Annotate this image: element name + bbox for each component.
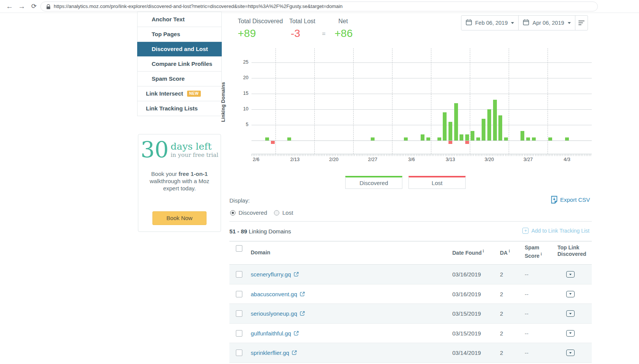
domain-name[interactable]: seriouslyoneup.gq [251, 310, 297, 317]
reload-icon[interactable]: ⟳ [29, 2, 39, 11]
book-now-button[interactable]: Book Now [152, 211, 207, 225]
column-header-da[interactable]: DAi [500, 249, 510, 256]
external-link-icon[interactable] [294, 272, 299, 277]
discovered-bar[interactable] [487, 109, 491, 140]
info-icon[interactable]: i [541, 252, 542, 256]
row-checkbox[interactable] [236, 310, 242, 317]
add-to-link-tracking-list-button[interactable]: + Add to Link Tracking List [522, 228, 589, 234]
sidebar-item-compare-link-profiles[interactable]: Compare Link Profiles [138, 57, 221, 72]
discovered-bar[interactable] [526, 137, 530, 140]
lost-bar[interactable] [448, 141, 452, 144]
domain-link[interactable]: sprinklerflier.gq [251, 343, 297, 363]
end-date-picker[interactable]: Apr 06, 2019 [518, 16, 575, 30]
column-header-spam-score[interactable]: Spam Scorei [525, 244, 548, 259]
legend-discovered-button[interactable]: Discovered [345, 176, 402, 189]
discovered-bar[interactable] [498, 115, 502, 140]
top-link-expand-button[interactable] [566, 310, 575, 317]
discovered-bar[interactable] [482, 119, 485, 140]
top-link-expand-button[interactable] [566, 350, 575, 356]
discovered-bar[interactable] [465, 134, 469, 140]
discovered-bar[interactable] [520, 131, 524, 140]
column-header-date-found[interactable]: Date Foundi [452, 249, 484, 256]
chart-x-tick-label: 3/20 [485, 157, 494, 162]
discovered-bar[interactable] [504, 137, 508, 140]
back-icon[interactable]: ← [5, 2, 14, 11]
da-cell: 2 [500, 343, 503, 363]
radio-button-icon[interactable] [230, 210, 235, 216]
sidebar-item-label: Link Tracking Lists [146, 105, 198, 112]
sidebar-item-link-tracking-lists[interactable]: Link Tracking Lists [138, 101, 221, 116]
domain-link[interactable]: gulfunfaithful.gq [251, 324, 299, 343]
discovered-bar[interactable] [532, 137, 536, 140]
top-link-expand-button[interactable] [566, 330, 575, 337]
discovered-bar[interactable] [448, 122, 452, 140]
discovered-bar[interactable] [548, 137, 552, 140]
info-icon[interactable]: i [509, 249, 510, 253]
discovered-bar[interactable] [426, 137, 430, 140]
date-found-cell: 03/16/2019 [452, 265, 481, 284]
forward-icon[interactable]: → [17, 2, 27, 11]
da-cell: 2 [500, 284, 503, 304]
discovered-bar[interactable] [287, 137, 291, 140]
discovered-bar[interactable] [476, 137, 480, 140]
row-checkbox-cell [236, 324, 242, 343]
discovered-bar[interactable] [460, 134, 463, 140]
sidebar-item-discovered-and-lost[interactable]: Discovered and Lost [137, 42, 222, 57]
external-link-icon[interactable] [300, 292, 305, 297]
export-csv-button[interactable]: Export CSV [551, 196, 590, 204]
domain-name[interactable]: abacusconvent.gq [251, 291, 297, 297]
domain-name[interactable]: sceneryflurry.gq [251, 271, 291, 278]
external-link-icon[interactable] [294, 331, 299, 336]
sidebar-item-label: Link Intersect [146, 90, 183, 97]
lost-bar[interactable] [271, 141, 275, 144]
filter-lines-icon [578, 21, 585, 25]
top-link-expand-button[interactable] [566, 291, 575, 297]
chart-x-tick-label: 3/13 [446, 157, 455, 162]
display-label: Display: [229, 197, 250, 204]
discovered-bar[interactable] [404, 137, 408, 140]
chevron-down-icon [511, 22, 514, 24]
address-bar[interactable]: https://analytics.moz.com/pro/link-explo… [40, 2, 598, 11]
discovered-bar[interactable] [565, 137, 569, 140]
sidebar-item-spam-score[interactable]: Spam Score [138, 72, 221, 86]
sidebar-item-top-pages[interactable]: Top Pages [138, 27, 221, 42]
top-link-expand-button[interactable] [566, 271, 575, 278]
sidebar-item-label: Discovered and Lost [152, 46, 208, 52]
sidebar-item-anchor-text[interactable]: Anchor Text [138, 12, 221, 27]
radio-button-icon[interactable] [274, 210, 279, 216]
discovered-bar[interactable] [493, 100, 497, 140]
domain-name[interactable]: gulfunfaithful.gq [251, 330, 291, 337]
info-icon[interactable]: i [483, 249, 484, 253]
row-checkbox[interactable] [236, 350, 242, 356]
domain-name[interactable]: sprinklerflier.gq [251, 350, 289, 356]
select-all-checkbox[interactable] [236, 245, 242, 252]
chart-y-axis-label: Linking Domains [220, 82, 226, 122]
discovered-bar[interactable] [437, 137, 441, 140]
discovered-bar[interactable] [265, 137, 269, 140]
discovered-bar[interactable] [454, 103, 458, 140]
filter-options-button[interactable] [575, 16, 588, 30]
row-checkbox[interactable] [236, 330, 242, 337]
external-link-icon[interactable] [292, 350, 297, 355]
domain-link[interactable]: seriouslyoneup.gq [251, 304, 305, 324]
discovered-bar[interactable] [443, 112, 447, 140]
discovered-bar[interactable] [371, 137, 375, 140]
chart-dashed-gridline [275, 48, 276, 154]
external-link-icon[interactable] [300, 311, 305, 316]
row-checkbox[interactable] [236, 271, 242, 278]
row-checkbox[interactable] [236, 291, 242, 297]
discovered-bar[interactable] [421, 134, 424, 140]
url-text: https://analytics.moz.com/pro/link-explo… [54, 2, 343, 11]
start-date-picker[interactable]: Feb 06, 2019 [461, 16, 518, 30]
display-radio-lost[interactable]: Lost [274, 209, 293, 216]
discovered-bar[interactable] [471, 131, 474, 140]
domain-link[interactable]: abacusconvent.gq [251, 284, 305, 304]
table-row: sprinklerflier.gq03/14/20192-- [229, 343, 592, 363]
sidebar-item-link-intersect[interactable]: Link IntersectNEW [138, 86, 221, 101]
chart-x-tick-label: 2/27 [368, 157, 377, 162]
domain-link[interactable]: sceneryflurry.gq [251, 265, 299, 284]
chart-x-tick-label: 3/6 [408, 157, 415, 162]
lost-bar[interactable] [465, 141, 469, 144]
legend-lost-button[interactable]: Lost [408, 176, 466, 189]
display-radio-discovered[interactable]: Discovered [230, 209, 267, 216]
